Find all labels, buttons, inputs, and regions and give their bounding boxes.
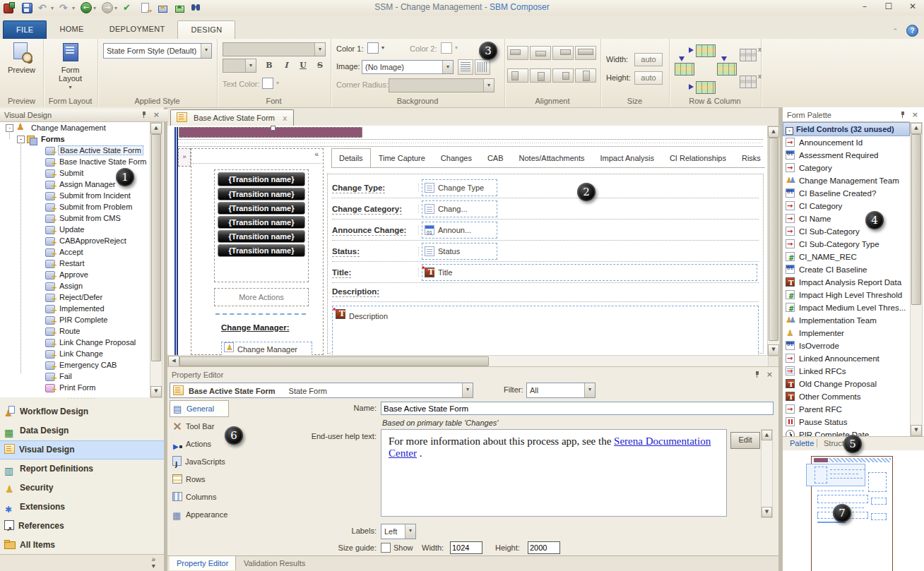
scroll-thumb[interactable] (151, 134, 161, 361)
form-tree-item[interactable]: Assign (0, 280, 150, 291)
palette-item[interactable]: Assessment Required (783, 149, 910, 162)
filter-select[interactable]: All▾ (526, 383, 596, 398)
form-tree-item[interactable]: Reject/Defer (0, 291, 150, 303)
align-top-center-button[interactable] (530, 46, 551, 60)
form-tab[interactable]: Changes (433, 148, 480, 168)
find-icon[interactable] (191, 1, 202, 15)
transition-button[interactable]: {Transition name} (218, 202, 305, 215)
palette-item[interactable]: CI_NAME_REC (783, 251, 910, 263)
pin-icon[interactable] (141, 111, 148, 119)
pin-icon[interactable] (754, 371, 761, 379)
form-tree-item[interactable]: PIR Complete (0, 314, 150, 325)
package-green-icon[interactable] (174, 1, 185, 15)
palette-item[interactable]: Impact Analysis Report Data (783, 276, 910, 289)
palette-item[interactable]: Pause Status (783, 416, 910, 428)
form-tree-item[interactable]: Print Form (0, 382, 150, 393)
transition-button[interactable]: {Transition name} (218, 244, 305, 257)
palette-item[interactable]: Linked Announcement (783, 352, 910, 365)
description-control[interactable]: Description (332, 306, 759, 355)
form-tree-item[interactable]: Link Change (0, 348, 150, 359)
field-control[interactable]: Chang... (422, 200, 497, 217)
help-scrollbar[interactable]: ▲ ▼ (761, 429, 773, 518)
color2-swatch[interactable] (441, 42, 452, 54)
align-top-left-button[interactable] (507, 46, 528, 60)
close-button[interactable]: ✕ (906, 1, 920, 13)
property-tab[interactable]: Appearance (170, 506, 229, 523)
pin-icon[interactable] (899, 111, 906, 119)
height-input[interactable]: auto (634, 71, 663, 85)
palette-item[interactable]: Announcement Id (783, 136, 910, 149)
scroll-thumb[interactable] (769, 138, 778, 341)
form-tree-item[interactable]: Base Inactive State Form (0, 156, 150, 167)
corner-radius-select[interactable]: ▾ (389, 78, 494, 92)
scroll-down-icon[interactable]: ▼ (768, 344, 779, 356)
transition-button[interactable]: {Transition name} (218, 188, 305, 200)
bold-button[interactable]: B (261, 59, 278, 73)
name-input[interactable] (381, 402, 774, 415)
transition-button[interactable]: {Transition name} (218, 172, 305, 186)
chevron-down-icon[interactable]: ▾ (584, 383, 595, 397)
nav-item[interactable]: All Items (0, 536, 164, 555)
underline-button[interactable]: U (295, 59, 312, 73)
form-tree-item[interactable]: Accept (0, 246, 150, 258)
scroll-up-icon[interactable]: ▲ (762, 430, 772, 440)
palette-item[interactable]: Implementation Team (783, 314, 910, 327)
form-tab[interactable]: Details (331, 148, 371, 168)
insert-column-left-button[interactable] (675, 63, 694, 76)
scroll-up-icon[interactable]: ▲ (768, 126, 779, 138)
chevron-down-icon[interactable]: ▾ (405, 524, 415, 539)
selection-handle[interactable] (271, 126, 276, 131)
export-icon[interactable] (140, 1, 151, 15)
palette-item[interactable]: CI Baseline Created? (783, 187, 910, 200)
tree-folder-forms[interactable]: - Forms (0, 133, 150, 145)
palette-item[interactable]: Change Management Team (783, 174, 910, 187)
form-tree-item[interactable]: CABApproveReject (0, 235, 150, 246)
tree-root-change-management[interactable]: - Change Management (0, 122, 150, 133)
palette-item[interactable]: Implementer (783, 327, 910, 339)
font-name-select[interactable]: ▾ (223, 42, 326, 56)
form-thumbnail[interactable] (811, 456, 893, 571)
horizontal-fill-button[interactable] (458, 59, 473, 75)
field-control[interactable]: Announ... (422, 222, 497, 239)
validation-results-tab[interactable]: Validation Results (237, 556, 312, 570)
transition-button[interactable]: {Transition name} (218, 230, 305, 243)
height-input[interactable] (528, 541, 560, 554)
nav-item[interactable]: Data Design (0, 421, 164, 440)
ribbon-tab[interactable]: FILE (3, 20, 47, 39)
width-input[interactable] (450, 541, 482, 554)
scroll-up-icon[interactable]: ▲ (911, 123, 922, 134)
redo-icon[interactable] (59, 1, 75, 15)
form-tab[interactable]: Risks (734, 148, 765, 168)
form-tree-item[interactable]: Approve (0, 269, 150, 280)
close-icon[interactable]: × (766, 371, 773, 379)
form-tree-item[interactable]: Restart (0, 258, 150, 269)
maximize-button[interactable]: ☐ (882, 1, 896, 13)
palette-tab[interactable]: Palette (784, 437, 819, 450)
scroll-thumb[interactable] (179, 356, 489, 366)
property-tab[interactable]: JavaScripts (170, 453, 229, 470)
form-tree-item[interactable]: Update (0, 224, 150, 235)
field-control[interactable]: Status (422, 243, 497, 260)
collapse-ribbon-icon[interactable]: ⌃ (892, 28, 898, 35)
field-controls-group-header[interactable]: -Field Controls (32 unused) (783, 122, 910, 136)
edit-button[interactable]: Edit (730, 432, 760, 449)
show-checkbox[interactable] (381, 543, 391, 553)
form-tab[interactable]: Time Capture (371, 148, 433, 168)
form-tab[interactable]: CI Relationships (662, 148, 734, 168)
vertical-fill-button[interactable] (475, 59, 490, 75)
close-icon[interactable]: × (153, 111, 160, 119)
document-tab[interactable]: Base Active State Form x (170, 109, 294, 126)
form-tab[interactable]: Notes/Attachments (511, 148, 593, 168)
width-input[interactable]: auto (634, 53, 663, 66)
delete-row-button[interactable]: x (740, 49, 757, 61)
text-color-swatch[interactable] (262, 78, 273, 89)
palette-item[interactable]: Impact Medium Level Thres... (783, 301, 910, 314)
property-tab[interactable]: Rows (170, 471, 229, 488)
form-designer-canvas[interactable]: » « {Transition name}{Transition name}{T… (167, 126, 767, 355)
insert-row-below-button[interactable] (696, 81, 716, 94)
form-tree-item[interactable]: Submit from Incident (0, 190, 150, 201)
insert-row-above-button[interactable] (696, 44, 716, 57)
scroll-down-icon[interactable]: ▼ (762, 507, 772, 517)
property-tab[interactable]: General (170, 400, 229, 417)
scroll-thumb[interactable] (911, 134, 921, 305)
